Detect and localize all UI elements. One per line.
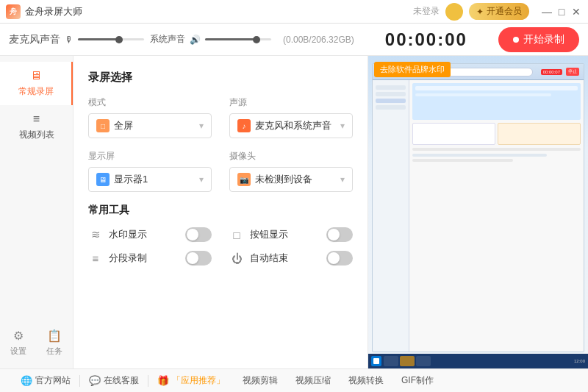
- sidebar-bottom: ⚙ 设置 📋 任务: [0, 323, 73, 363]
- tasks-label: 任务: [46, 346, 62, 357]
- recommend-icon: 🎁: [157, 375, 169, 386]
- sidebar-item-regular-record[interactable]: 🖥 常规录屏: [0, 62, 73, 105]
- footer-app-recommend[interactable]: 🎁 「应用推荐」: [148, 369, 234, 392]
- auto-end-tool: ⏻ 自动结束: [229, 251, 353, 266]
- maximize-button[interactable]: □: [556, 6, 567, 18]
- mode-chevron-icon: ▾: [199, 121, 204, 131]
- sidebar-item-label-video: 视频列表: [19, 129, 54, 141]
- mic-slider[interactable]: [78, 38, 144, 40]
- mic-icon: 🎙: [65, 35, 74, 45]
- footer: 🌐 官方网站 💬 在线客服 🎁 「应用推荐」 视频剪辑 视频压缩 视频转换 GI…: [0, 368, 588, 392]
- mode-select-icon: □: [96, 119, 110, 132]
- regular-record-icon: 🖥: [30, 69, 42, 82]
- camera-chevron-icon: ▾: [340, 174, 345, 185]
- tools-section: 常用工具 ≋ 水印显示 □ 按钮显示 ≡: [88, 204, 353, 266]
- source-value: 麦克风和系统声音: [255, 119, 331, 132]
- camera-select-left: 📷 未检测到设备: [237, 173, 312, 186]
- watermark-badge[interactable]: 去除软件品牌水印: [374, 62, 451, 77]
- vip-icon: ✦: [476, 7, 484, 17]
- mode-select-left: □ 全屏: [96, 119, 133, 132]
- source-label: 声源: [229, 96, 353, 109]
- mic-control: 麦克风声音 🎙: [9, 33, 144, 46]
- btn-display-icon: □: [229, 229, 244, 241]
- title-bar-right: 未登录 ✦ 开通会员 — □ ✕: [413, 3, 582, 21]
- settings-label: 设置: [10, 346, 26, 357]
- auto-end-label: 自动结束: [250, 252, 320, 265]
- display-value: 显示器1: [114, 173, 148, 186]
- app-logo: 舟: [6, 4, 21, 19]
- source-select-icon: ♪: [237, 119, 251, 132]
- sidebar-item-video-list[interactable]: ≡ 视频列表: [0, 105, 73, 149]
- source-chevron-icon: ▾: [340, 121, 345, 131]
- record-label: 开始录制: [523, 33, 564, 46]
- mode-group: 模式 □ 全屏 ▾: [88, 96, 212, 138]
- mode-source-row: 模式 □ 全屏 ▾ 声源 ♪ 麦克风和系统声音 ▾: [88, 96, 353, 138]
- auto-end-toggle[interactable]: [326, 251, 353, 266]
- timer-display: 00:00:00: [360, 29, 492, 50]
- recommend-label: 「应用推荐」: [172, 374, 225, 387]
- video-convert-label: 视频转换: [348, 374, 384, 387]
- vip-label: 开通会员: [487, 5, 522, 18]
- display-select[interactable]: 🖥 显示器1 ▾: [88, 167, 212, 192]
- video-compress-label: 视频压缩: [295, 374, 331, 387]
- display-select-left: 🖥 显示器1: [96, 173, 148, 186]
- footer-video-edit[interactable]: 视频剪辑: [234, 369, 287, 392]
- footer-support[interactable]: 💬 在线客服: [80, 369, 148, 392]
- record-button[interactable]: 开始录制: [498, 27, 579, 52]
- preview-screenshot: 00:00:07 停止: [368, 56, 588, 368]
- camera-select[interactable]: 📷 未检测到设备 ▾: [229, 167, 353, 192]
- source-select[interactable]: ♪ 麦克风和系统声音 ▾: [229, 113, 353, 138]
- website-label: 官方网站: [35, 374, 71, 387]
- display-group: 显示屏 🖥 显示器1 ▾: [88, 150, 212, 192]
- segment-toggle[interactable]: [185, 251, 212, 266]
- tasks-item[interactable]: 📋 任务: [46, 329, 62, 357]
- sys-audio-control: 系统声音 🔊: [150, 33, 271, 46]
- speaker-icon: 🔊: [190, 35, 201, 45]
- display-label: 显示屏: [88, 150, 212, 163]
- support-icon: 💬: [89, 375, 101, 386]
- storage-info: (0.00B/206.32GB): [283, 35, 354, 45]
- source-select-left: ♪ 麦克风和系统声音: [237, 119, 331, 132]
- minimize-button[interactable]: —: [541, 6, 553, 18]
- display-chevron-icon: ▾: [199, 174, 204, 185]
- footer-gif-make[interactable]: GIF制作: [392, 369, 442, 392]
- mode-select[interactable]: □ 全屏 ▾: [88, 113, 212, 138]
- btn-display-toggle[interactable]: [326, 227, 353, 242]
- close-button[interactable]: ✕: [570, 6, 582, 18]
- auto-end-icon: ⏻: [229, 252, 244, 265]
- record-icon: [513, 37, 519, 43]
- btn-display-label: 按钮显示: [250, 228, 320, 241]
- camera-label: 摄像头: [229, 150, 353, 163]
- settings-icon: ⚙: [13, 329, 24, 343]
- avatar: [445, 3, 463, 21]
- settings-item[interactable]: ⚙ 设置: [10, 329, 26, 357]
- watermark-toggle[interactable]: [185, 227, 212, 242]
- gif-make-label: GIF制作: [401, 374, 434, 387]
- footer-video-convert[interactable]: 视频转换: [340, 369, 392, 392]
- display-select-icon: 🖥: [96, 173, 110, 186]
- toolbar: 麦克风声音 🎙 系统声音 🔊 (0.00B/206.32GB) 00:00:00…: [0, 24, 588, 56]
- footer-video-compress[interactable]: 视频压缩: [287, 369, 340, 392]
- camera-select-icon: 📷: [237, 173, 251, 186]
- watermark-tool: ≋ 水印显示: [88, 227, 212, 242]
- title-bar: 舟 金舟录屏大师 未登录 ✦ 开通会员 — □ ✕: [0, 0, 588, 24]
- btn-display-tool: □ 按钮显示: [229, 227, 353, 242]
- sys-slider[interactable]: [205, 38, 271, 40]
- segment-label: 分段录制: [109, 252, 179, 265]
- camera-value: 未检测到设备: [255, 173, 312, 186]
- app-title: 金舟录屏大师: [25, 5, 413, 18]
- preview-area: 去除软件品牌水印 00:00:07 停止: [368, 56, 588, 368]
- mic-label: 麦克风声音: [9, 33, 60, 46]
- segment-icon: ≡: [88, 252, 103, 265]
- tools-grid: ≋ 水印显示 □ 按钮显示 ≡ 分段录制: [88, 227, 353, 266]
- window-controls: — □ ✕: [541, 6, 582, 18]
- tools-title: 常用工具: [88, 204, 353, 217]
- sidebar-item-label-regular: 常规录屏: [18, 85, 54, 98]
- footer-website[interactable]: 🌐 官方网站: [12, 369, 79, 392]
- display-camera-row: 显示屏 🖥 显示器1 ▾ 摄像头 📷 未检测到设备 ▾: [88, 150, 353, 192]
- watermark-label: 水印显示: [109, 228, 179, 241]
- main-container: 🖥 常规录屏 ≡ 视频列表 ⚙ 设置 📋 任务 录屏选择 模式: [0, 56, 588, 368]
- watermark-toggle-thumb: [187, 229, 198, 240]
- vip-button[interactable]: ✦ 开通会员: [469, 3, 529, 20]
- login-status: 未登录: [413, 5, 440, 18]
